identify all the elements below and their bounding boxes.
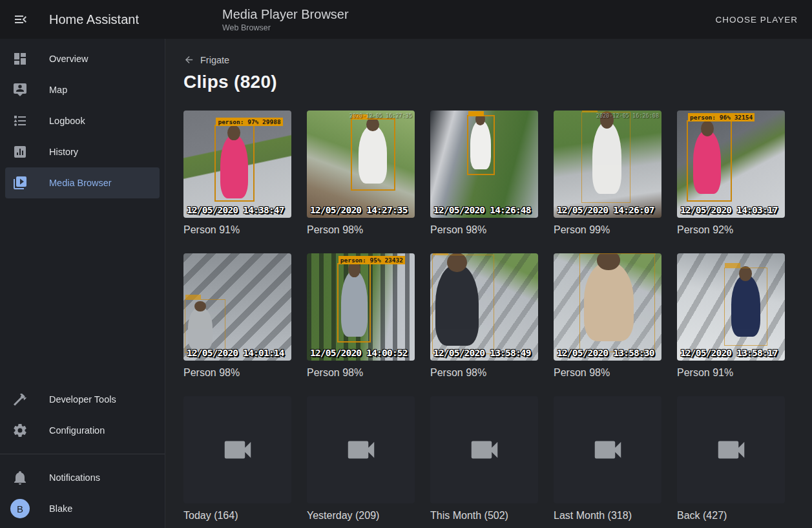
media-browser-content: Frigate Clips (820) person: 97% 29988 12… <box>166 39 812 528</box>
sidebar-divider <box>0 454 165 454</box>
detection-label <box>580 253 596 254</box>
logbook-list-icon <box>12 113 28 129</box>
folder-thumbnail <box>677 396 785 503</box>
clip-caption: Person 92% <box>677 224 785 237</box>
sidebar-item-profile[interactable]: B Blake <box>0 493 165 524</box>
clip-timestamp: 12/05/2020 14:03:17 <box>680 205 778 215</box>
detection-label <box>433 253 448 255</box>
clip-caption: Person 98% <box>307 366 415 379</box>
clip-tile[interactable]: 12/05/2020 14:01:14 Person 98% <box>183 253 291 379</box>
folder-thumbnail <box>307 396 415 503</box>
clip-tile[interactable]: 12/05/2020 13:58:49 Person 98% <box>430 253 538 379</box>
clip-timestamp: 12/05/2020 14:38:47 <box>187 205 284 215</box>
clip-tile[interactable]: 12/05/2020 14:26:48 Person 98% <box>430 111 538 237</box>
detection-bbox <box>351 118 395 191</box>
header-page-subtitle: Web Browser <box>222 23 707 32</box>
sidebar-item-label: Media Browser <box>49 178 112 188</box>
detection-label: person: 95% 23432 <box>338 256 405 264</box>
sidebar-item-notifications[interactable]: Notifications <box>0 462 165 493</box>
folder-label: Back (427) <box>677 509 785 522</box>
clip-caption: Person 98% <box>430 224 538 237</box>
folder-label: Today (164) <box>183 509 291 522</box>
detection-label <box>468 111 484 116</box>
folder-tile-today[interactable]: Today (164) <box>183 396 291 522</box>
video-camera-icon <box>220 432 255 467</box>
detection-bbox <box>432 255 494 354</box>
folder-label: This Month (502) <box>430 509 538 522</box>
sidebar-item-configuration[interactable]: Configuration <box>0 415 165 446</box>
app-title: Home Assistant <box>49 12 139 27</box>
sidebar-item-history[interactable]: History <box>0 136 165 167</box>
gear-icon <box>12 423 28 438</box>
folder-tile-last-month[interactable]: Last Month (318) <box>554 396 661 522</box>
map-account-icon <box>12 82 28 98</box>
choose-player-button[interactable]: CHOOSE PLAYER <box>707 9 806 30</box>
sidebar-item-logbook[interactable]: Logbook <box>0 105 165 136</box>
arrow-left-icon <box>183 54 194 65</box>
clip-thumbnail: person: 96% 32154 12/05/2020 14:03:17 <box>677 111 785 218</box>
detection-bbox: person: 95% 23432 <box>337 263 371 343</box>
header-page-title: Media Player Browser <box>222 6 707 22</box>
sidebar-item-label: Notifications <box>49 472 100 483</box>
menu-open-icon[interactable] <box>13 12 28 27</box>
clip-caption: Person 91% <box>183 224 291 237</box>
history-chart-icon <box>12 144 28 160</box>
app-header: Home Assistant Media Player Browser Web … <box>0 0 812 39</box>
clip-timestamp: 12/05/2020 14:26:48 <box>433 205 531 215</box>
media-browser-icon <box>12 175 28 191</box>
video-camera-icon <box>344 432 379 467</box>
sidebar-item-label: Configuration <box>49 425 105 436</box>
clip-timestamp: 12/05/2020 14:00:52 <box>310 348 408 358</box>
video-camera-icon <box>467 432 502 467</box>
clip-caption: Person 98% <box>554 366 661 379</box>
clip-caption: Person 98% <box>183 366 291 379</box>
clip-timestamp: 12/05/2020 13:58:30 <box>557 348 654 358</box>
header-left: Home Assistant <box>0 12 165 27</box>
clip-tile[interactable]: 12/05/2020 13:58:17 Person 91% <box>677 253 785 379</box>
clip-timestamp: 12/05/2020 13:58:17 <box>680 348 778 358</box>
detection-label <box>725 263 740 268</box>
clip-tile[interactable]: 12/05/2020 13:58:30 Person 98% <box>554 253 661 379</box>
page-title: Clips (820) <box>183 72 812 92</box>
video-camera-icon <box>590 432 625 467</box>
clip-thumbnail: 12/05/2020 13:58:30 <box>554 253 661 361</box>
clip-thumbnail: person: 97% 29988 12/05/2020 14:38:47 <box>183 111 291 218</box>
clip-timestamp: 12/05/2020 13:58:49 <box>433 348 531 358</box>
sidebar-item-media-browser[interactable]: Media Browser <box>5 167 160 198</box>
folder-thumbnail <box>183 396 291 503</box>
breadcrumb-back[interactable]: Frigate <box>183 54 229 65</box>
clip-timestamp: 12/05/2020 14:01:14 <box>187 348 284 358</box>
sidebar-item-map[interactable]: Map <box>0 74 165 105</box>
detection-bbox: person: 96% 32154 <box>687 120 732 202</box>
detection-bbox: person: 97% 29988 <box>214 125 255 202</box>
detection-label: person: 96% 32154 <box>688 113 755 121</box>
sidebar-item-developer-tools[interactable]: Developer Tools <box>0 384 165 415</box>
dashboard-icon <box>12 51 28 67</box>
clip-tile[interactable]: person: 95% 23432 12/05/2020 14:00:52 Pe… <box>307 253 415 379</box>
folder-tile-back[interactable]: Back (427) <box>677 396 785 522</box>
clip-thumbnail: 12/05/2020 14:01:14 <box>183 253 291 361</box>
detection-bbox <box>467 115 495 175</box>
avatar: B <box>10 499 30 518</box>
folder-label: Yesterday (209) <box>307 509 415 522</box>
clip-tile[interactable]: 2020-12-05 16:26:08 12/05/2020 14:26:07 … <box>554 111 661 237</box>
clips-grid: person: 97% 29988 12/05/2020 14:38:47 Pe… <box>183 111 812 522</box>
sidebar-item-overview[interactable]: Overview <box>0 43 165 74</box>
folder-tile-this-month[interactable]: This Month (502) <box>430 396 538 522</box>
clip-tile[interactable]: 2020-12-05 16:27:35 12/05/2020 14:27:35 … <box>307 111 415 237</box>
sidebar-nav: Overview Map Logbook History Media Brows… <box>0 39 165 198</box>
sidebar-item-label: Map <box>49 85 67 95</box>
clip-thumbnail: 12/05/2020 13:58:49 <box>430 253 538 361</box>
detection-bbox <box>581 112 630 203</box>
detection-bbox <box>579 253 655 352</box>
user-name: Blake <box>49 503 72 514</box>
hammer-icon <box>12 392 28 407</box>
detection-bbox <box>185 299 225 353</box>
detection-label: person: 97% 29988 <box>216 118 282 126</box>
clip-tile[interactable]: person: 97% 29988 12/05/2020 14:38:47 Pe… <box>183 111 291 237</box>
clip-thumbnail: 2020-12-05 16:26:08 12/05/2020 14:26:07 <box>554 111 661 218</box>
clip-thumbnail: person: 95% 23432 12/05/2020 14:00:52 <box>307 253 415 361</box>
folder-tile-yesterday[interactable]: Yesterday (209) <box>307 396 415 522</box>
bell-icon <box>12 470 28 485</box>
clip-tile[interactable]: person: 96% 32154 12/05/2020 14:03:17 Pe… <box>677 111 785 237</box>
